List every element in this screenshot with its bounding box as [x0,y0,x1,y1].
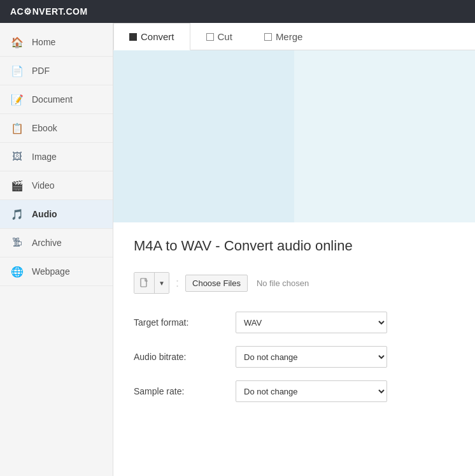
sidebar-label-pdf: PDF [32,66,50,76]
sidebar-label-archive: Archive [32,238,62,248]
tab-merge-label: Merge [276,31,303,42]
sample-rate-row: Sample rate: Do not change 8000 Hz 22050… [134,380,455,402]
sidebar-label-document: Document [32,94,73,105]
file-input-row: ▼ : Choose Files No file chosen [134,272,455,294]
choose-files-button[interactable]: Choose Files [185,275,248,292]
sidebar: 🏠 Home 📄 PDF 📝 Document 📋 Ebook 🖼 Image … [0,23,113,476]
ebook-icon: 📋 [10,121,24,135]
file-dropdown-button[interactable]: ▼ [155,273,169,293]
no-file-text: No file chosen [257,278,309,288]
file-icon [140,278,149,288]
top-bar: AC⚙NVERT.COM [0,0,475,23]
content-area: Convert Cut Merge M4A to WAV - Convert a… [113,23,475,476]
sidebar-label-webpage: Webpage [32,266,70,277]
sidebar-item-ebook[interactable]: 📋 Ebook [0,114,113,143]
tab-cut-label: Cut [218,31,232,42]
home-icon: 🏠 [10,35,24,49]
target-format-select[interactable]: WAV MP3 AAC FLAC OGG M4A WMA [236,312,387,333]
merge-tab-icon [264,33,272,41]
audio-bitrate-label: Audio bitrate: [134,352,236,362]
cut-tab-icon [206,33,214,41]
target-format-row: Target format: WAV MP3 AAC FLAC OGG M4A … [134,312,455,333]
sidebar-item-image[interactable]: 🖼 Image [0,143,113,171]
sidebar-item-video[interactable]: 🎬 Video [0,171,113,200]
video-icon: 🎬 [10,178,24,192]
webpage-icon: 🌐 [10,264,24,278]
target-format-label: Target format: [134,317,236,328]
tab-convert-label: Convert [141,31,174,42]
sidebar-label-image: Image [32,152,57,162]
sidebar-label-audio: Audio [32,209,57,219]
tab-bar: Convert Cut Merge [113,23,475,50]
sidebar-item-audio[interactable]: 🎵 Audio [0,200,113,229]
banner-left [113,50,294,222]
document-icon: 📝 [10,92,24,106]
convert-tab-icon [129,33,137,41]
file-btn-group: ▼ [134,272,169,294]
main-layout: 🏠 Home 📄 PDF 📝 Document 📋 Ebook 🖼 Image … [0,23,475,476]
site-logo: AC⚙NVERT.COM [10,6,88,17]
sidebar-item-document[interactable]: 📝 Document [0,85,113,114]
archive-icon: 🗜 [10,236,24,250]
banner [113,50,475,222]
file-separator: : [176,273,179,293]
sidebar-item-pdf[interactable]: 📄 PDF [0,57,113,85]
sidebar-label-ebook: Ebook [32,123,57,133]
tab-cut[interactable]: Cut [190,23,248,50]
banner-right [294,50,475,222]
svg-rect-0 [141,278,146,287]
audio-bitrate-row: Audio bitrate: Do not change 64k 128k 19… [134,346,455,368]
sidebar-item-home[interactable]: 🏠 Home [0,28,113,57]
sidebar-label-home: Home [32,37,55,47]
tab-convert[interactable]: Convert [113,23,190,50]
page-title: M4A to WAV - Convert audio online [134,238,455,254]
sample-rate-label: Sample rate: [134,386,236,396]
sidebar-label-video: Video [32,180,55,191]
audio-icon: 🎵 [10,207,24,221]
page-content: M4A to WAV - Convert audio online ▼ : Ch… [113,222,475,430]
audio-bitrate-select[interactable]: Do not change 64k 128k 192k 256k 320k [236,346,387,368]
image-icon: 🖼 [10,150,24,164]
pdf-icon: 📄 [10,64,24,78]
file-new-button[interactable] [134,273,155,293]
sidebar-item-archive[interactable]: 🗜 Archive [0,229,113,257]
sidebar-item-webpage[interactable]: 🌐 Webpage [0,257,113,286]
tab-merge[interactable]: Merge [248,23,319,50]
sample-rate-select[interactable]: Do not change 8000 Hz 22050 Hz 44100 Hz … [236,380,387,402]
